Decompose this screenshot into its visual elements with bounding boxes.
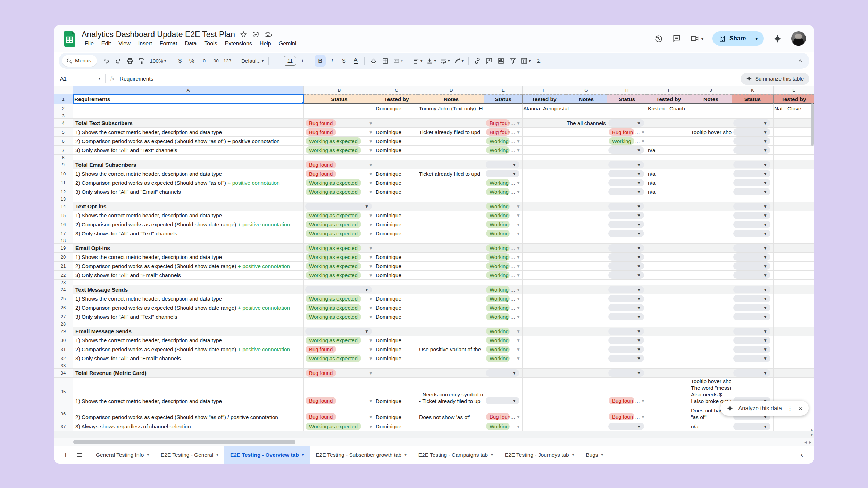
cell-I33[interactable] bbox=[647, 363, 690, 369]
cell-G6[interactable] bbox=[566, 137, 607, 146]
cell-D11[interactable] bbox=[418, 178, 484, 187]
horizontal-scroll-arrows[interactable]: ◂▸ bbox=[804, 440, 811, 445]
cell-J10[interactable] bbox=[690, 169, 732, 178]
cell-F14[interactable] bbox=[523, 202, 566, 211]
cell-I6[interactable] bbox=[647, 137, 690, 146]
column-header-D[interactable]: D bbox=[418, 86, 484, 94]
cell-B9[interactable]: Bug found▼ bbox=[304, 160, 375, 169]
cell-H14[interactable]: ▼ bbox=[607, 202, 647, 211]
cell-H21[interactable]: ▼ bbox=[607, 262, 647, 271]
print-button[interactable] bbox=[125, 55, 136, 67]
cell-L34[interactable] bbox=[774, 369, 814, 378]
cell-B19[interactable]: Working as expected▼ bbox=[304, 244, 375, 253]
cell-L23[interactable] bbox=[774, 280, 814, 285]
cell-G20[interactable] bbox=[566, 253, 607, 262]
column-header-F[interactable]: F bbox=[523, 86, 566, 94]
cell-A10[interactable]: 1) Shows the correct metric header, desc… bbox=[73, 169, 304, 178]
cell-A4[interactable]: Total Text Subscribers bbox=[73, 119, 304, 128]
status-dropdown-chip[interactable]: ▼ bbox=[608, 328, 644, 335]
cell-G26[interactable] bbox=[566, 303, 607, 312]
cell-B36[interactable]: Bug found▼ bbox=[304, 406, 375, 422]
cell-G18[interactable] bbox=[566, 238, 607, 244]
cell-B4[interactable]: Bug found▼ bbox=[304, 119, 375, 128]
status-dropdown-chip[interactable]: ▼ bbox=[608, 346, 644, 353]
status-chip[interactable]: Working as expected bbox=[306, 355, 361, 362]
status-chip[interactable]: Working as expected bbox=[306, 212, 361, 219]
status-dropdown-chip[interactable]: ▼ bbox=[486, 397, 519, 404]
cell-D36[interactable]: Does not show 'as of' bbox=[418, 406, 484, 422]
menu-tools[interactable]: Tools bbox=[201, 40, 220, 47]
redo-button[interactable] bbox=[113, 55, 124, 67]
cell-D31[interactable]: Use positive variant of the bbox=[418, 345, 484, 354]
cell-E1[interactable]: Status bbox=[484, 94, 523, 104]
cell-K29[interactable]: ▼ bbox=[732, 327, 774, 336]
cell-G32[interactable] bbox=[566, 354, 607, 363]
cell-K32[interactable]: ▼ bbox=[732, 354, 774, 363]
cell-J3[interactable] bbox=[690, 113, 732, 119]
cell-B23[interactable] bbox=[304, 280, 375, 285]
cell-D32[interactable] bbox=[418, 354, 484, 363]
cell-F15[interactable] bbox=[523, 211, 566, 220]
status-dropdown-chip[interactable]: ▼ bbox=[733, 244, 770, 252]
cell-K21[interactable]: ▼ bbox=[732, 262, 774, 271]
row-header-13[interactable]: 13 bbox=[54, 196, 73, 202]
cell-A23[interactable] bbox=[73, 280, 304, 285]
zoom-control[interactable]: 100%▾ bbox=[148, 55, 168, 67]
cell-F30[interactable] bbox=[523, 336, 566, 345]
cell-I21[interactable] bbox=[647, 262, 690, 271]
cell-A18[interactable] bbox=[73, 238, 304, 244]
cell-F28[interactable] bbox=[523, 321, 566, 327]
cell-K17[interactable]: ▼ bbox=[732, 229, 774, 238]
cell-F32[interactable] bbox=[523, 354, 566, 363]
column-header-K[interactable]: K bbox=[732, 86, 774, 94]
cell-G24[interactable] bbox=[566, 285, 607, 294]
cell-H27[interactable]: ▼ bbox=[607, 312, 647, 321]
cell-A7[interactable]: 3) Only shows for "All" and "Text" chann… bbox=[73, 146, 304, 155]
cell-I32[interactable] bbox=[647, 354, 690, 363]
status-chip[interactable]: Working as expected bbox=[306, 188, 361, 195]
cell-G19[interactable] bbox=[566, 244, 607, 253]
cell-C4[interactable] bbox=[375, 119, 418, 128]
cell-L13[interactable] bbox=[774, 196, 814, 202]
cell-I4[interactable] bbox=[647, 119, 690, 128]
cell-L10[interactable] bbox=[774, 169, 814, 178]
cell-A20[interactable]: 1) Shows the correct metric header, desc… bbox=[73, 253, 304, 262]
cell-C10[interactable]: Dominique bbox=[375, 169, 418, 178]
insert-comment-button[interactable] bbox=[484, 55, 495, 67]
cell-F5[interactable] bbox=[523, 128, 566, 137]
row-header-19[interactable]: 19 bbox=[54, 244, 73, 253]
status-dropdown-chip[interactable]: ▼ bbox=[733, 313, 770, 320]
bold-button[interactable]: B bbox=[315, 55, 326, 67]
cell-L29[interactable] bbox=[774, 327, 814, 336]
status-dropdown-chip[interactable]: ▼ bbox=[733, 188, 770, 195]
status-dropdown-chip[interactable]: ▼ bbox=[305, 328, 372, 335]
cell-L14[interactable] bbox=[774, 202, 814, 211]
cell-J27[interactable] bbox=[690, 312, 732, 321]
cell-D33[interactable] bbox=[418, 363, 484, 369]
cell-C19[interactable] bbox=[375, 244, 418, 253]
cell-D18[interactable] bbox=[418, 238, 484, 244]
cell-L3[interactable] bbox=[774, 113, 814, 119]
cell-C31[interactable]: Dominique bbox=[375, 345, 418, 354]
cell-C29[interactable] bbox=[375, 327, 418, 336]
cell-K11[interactable]: ▼ bbox=[732, 178, 774, 187]
cell-J11[interactable] bbox=[690, 178, 732, 187]
cell-K9[interactable]: ▼ bbox=[732, 160, 774, 169]
cell-D19[interactable] bbox=[418, 244, 484, 253]
cell-E10[interactable]: ▼ bbox=[484, 169, 523, 178]
cell-E21[interactable]: Working…▼ bbox=[484, 262, 523, 271]
column-header-B[interactable]: B bbox=[304, 86, 375, 94]
cell-J19[interactable] bbox=[690, 244, 732, 253]
menu-help[interactable]: Help bbox=[257, 40, 274, 47]
cell-E37[interactable]: Working…▼ bbox=[484, 422, 523, 431]
column-header-H[interactable]: H bbox=[607, 86, 647, 94]
menu-edit[interactable]: Edit bbox=[98, 40, 114, 47]
row-header-33[interactable]: 33 bbox=[54, 363, 73, 369]
cell-I18[interactable] bbox=[647, 238, 690, 244]
cell-C28[interactable] bbox=[375, 321, 418, 327]
cell-C17[interactable]: Dominique bbox=[375, 229, 418, 238]
cell-J31[interactable] bbox=[690, 345, 732, 354]
cell-J37[interactable]: n/a bbox=[690, 422, 732, 431]
borders-button[interactable] bbox=[379, 55, 391, 67]
cell-L4[interactable] bbox=[774, 119, 814, 128]
